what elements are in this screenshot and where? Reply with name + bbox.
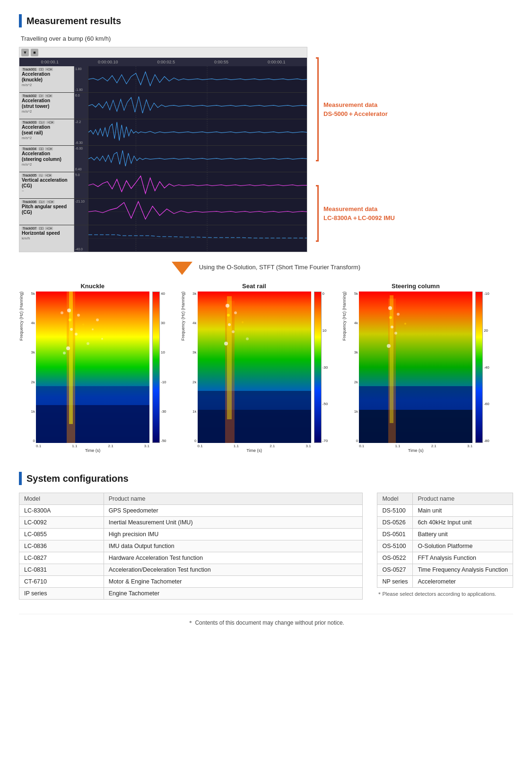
track-ctrl-p-1[interactable]: Track006 <box>22 200 37 203</box>
spectrogram-knuckle-wrapper: Frequency (Hz) (Hanning) 5k 4k 3k 2k 1k … <box>19 292 166 453</box>
track-ctrl-2[interactable]: □□ <box>38 68 44 71</box>
track-controls-speed: Track007 □□ −□× <box>22 227 71 230</box>
waveform-svg-speed <box>88 225 307 252</box>
track-ctrl-seat-2[interactable]: □↓↑ <box>38 121 45 124</box>
track-ctrl-st-2[interactable]: □□ <box>38 147 44 150</box>
track-ctrl-v-2[interactable]: ↑↓ <box>38 174 44 177</box>
svg-point-31 <box>75 333 78 336</box>
section-bar-system <box>19 472 22 485</box>
track-waveform-steering <box>88 146 307 172</box>
track-row-strut: Track002 □↑ −□× Acceleration (strut towe… <box>19 93 307 119</box>
svg-point-36 <box>101 338 103 340</box>
svg-point-37 <box>61 311 63 314</box>
svg-point-57 <box>388 306 392 310</box>
track-ctrl-sp-3[interactable]: −□× <box>45 227 52 230</box>
track-ctrl-seat-3[interactable]: −□× <box>46 121 54 124</box>
svg-point-44 <box>226 304 229 308</box>
track-label-vertical: Track005 ↑↓ −□× Vertical acceleration (C… <box>19 172 74 198</box>
track-scale-knuckle: 1.80 -1.80 <box>74 66 88 92</box>
svg-point-45 <box>228 323 231 326</box>
bracket-ds5000 <box>316 57 319 161</box>
osc-btn-1[interactable]: ▼ <box>21 49 29 56</box>
table-cell-product: GPS Speedometer <box>104 505 363 517</box>
spectrogram-seatrail-ylabel: Frequency (Hz) (Hanning) <box>181 292 185 341</box>
spectrogram-seatrail-main: 0.1 1.1 2.1 3.1 Time (s) <box>198 292 311 453</box>
table-cell-model: OS-0527 <box>377 564 413 576</box>
track-ctrl-st-1[interactable]: Track004 <box>22 147 37 150</box>
config-table1-header-model: Model <box>19 493 104 505</box>
track-label-speed: Track007 □□ −□× Horizontal speed km/h <box>19 225 74 252</box>
table-row: CT-6710Motor & Engine Tachometer <box>19 576 363 588</box>
svg-point-47 <box>227 314 230 317</box>
spectrogram-knuckle: Knuckle Frequency (Hz) (Hanning) 5k 4k 3… <box>19 283 166 453</box>
table-row: IP seriesEngine Tachometer <box>19 588 363 600</box>
spectrogram-steering-xlabel: 0.1 1.1 2.1 3.1 Time (s) <box>359 444 472 453</box>
measurement-title: Measurement results <box>26 16 121 27</box>
spectrogram-steering-title: Steering column <box>392 283 440 290</box>
annotation-text-ds5000: Measurement dataDS-5000＋Accelerator <box>323 100 388 119</box>
svg-point-38 <box>63 352 66 354</box>
osc-toolbar: ▼ ■ <box>19 47 307 58</box>
table-cell-product: Hardware Acceleration Test function <box>104 552 363 564</box>
track-ctrl-v-1[interactable]: Track005 <box>22 174 37 177</box>
svg-point-48 <box>234 311 237 314</box>
spectrogram-knuckle-yticks: 5k 4k 3k 2k 1k 0 <box>25 292 36 443</box>
track-ctrl-strut-1[interactable]: Track002 <box>22 94 37 97</box>
waveform-svg-steering <box>88 146 307 172</box>
track-waveform-seat <box>88 119 307 145</box>
track-ctrl-p-2[interactable]: □↓↑ <box>38 200 45 203</box>
stft-arrow-container: Using the O-Solution, STFT (Short Time F… <box>19 262 513 275</box>
track-label-steering: Track004 □□ −□× Acceleration (steering c… <box>19 146 74 172</box>
track-scale-seat: -2.2 -6.30 <box>74 119 88 145</box>
table-cell-product: Engine Tachometer <box>104 588 363 600</box>
table-cell-model: IP series <box>19 588 104 600</box>
colorbar-seatrail-labels: 0 10 -30 -50 -70 <box>322 292 328 443</box>
table-row: LC-0827Hardware Acceleration Test functi… <box>19 552 363 564</box>
table-row: OS-0527Time Frequency Analysis Function <box>377 564 513 576</box>
table-cell-product: Time Frequency Analysis Function <box>413 564 513 576</box>
track-ctrl-v-3[interactable]: −□× <box>44 174 52 177</box>
table-cell-product: 6ch 40kHz Input unit <box>413 517 513 529</box>
waveform-svg-seat <box>88 119 307 145</box>
annotation-ds5000: Measurement dataDS-5000＋Accelerator <box>316 57 395 161</box>
spectrogram-steering-wrapper: Frequency (Hz) (Hanning) 5k 4k 3k 2k 1k … <box>342 292 489 453</box>
config-table1-header-product: Product name <box>104 493 363 505</box>
bracket-lc8300 <box>316 185 319 242</box>
waveform-svg-vertical <box>88 172 307 198</box>
track-row-steering: Track004 □□ −□× Acceleration (steering c… <box>19 146 307 172</box>
track-ctrl-strut-2[interactable]: □↑ <box>38 94 44 97</box>
track-ctrl-p-3[interactable]: −□× <box>46 200 54 203</box>
spectrogram-seatrail-xlabel-label: Time (s) <box>198 448 311 453</box>
track-ctrl-3[interactable]: −□× <box>45 68 52 71</box>
table-row: LC-8300AGPS Speedometer <box>19 505 363 517</box>
track-ctrl-1[interactable]: Track001 <box>22 68 37 71</box>
track-ctrl-strut-3[interactable]: −□× <box>45 94 52 97</box>
spectrogram-steering-main: 0.1 1.1 2.1 3.1 Time (s) <box>359 292 472 453</box>
track-row-seat: Track003 □↓↑ −□× Acceleration (seat rail… <box>19 119 307 146</box>
osc-btn-2[interactable]: ■ <box>31 49 38 56</box>
measurement-section: Measurement results Travelling over a bu… <box>19 14 513 453</box>
track-ctrl-sp-2[interactable]: □□ <box>38 227 44 230</box>
track-ctrl-seat-1[interactable]: Track003 <box>22 121 37 124</box>
svg-point-33 <box>87 342 89 345</box>
annotation-lc8300: Measurement dataLC-8300A＋LC-0092 IMU <box>316 185 395 242</box>
svg-point-60 <box>389 316 392 319</box>
measurement-subtitle: Travelling over a bump (60 km/h) <box>21 35 513 42</box>
spectrogram-knuckle-main: 0.1 1.1 2.1 3.1 Time (s) <box>36 292 149 453</box>
track-ctrl-st-3[interactable]: −□× <box>45 147 52 150</box>
table-cell-model: DS-5100 <box>377 505 413 517</box>
svg-point-32 <box>82 324 84 326</box>
track-controls-steering: Track004 □□ −□× <box>22 147 71 150</box>
track-row-knuckle: Track001 □□ −□× Acceleration (knuckle) m… <box>19 66 307 93</box>
table-row: LC-0092Inertial Measurement Unit (IMU) <box>19 517 363 529</box>
track-ctrl-sp-1[interactable]: Track007 <box>22 227 37 230</box>
svg-point-63 <box>404 323 406 325</box>
waveform-svg-knuckle <box>88 66 307 92</box>
table-cell-product: Inertial Measurement Unit (IMU) <box>104 517 363 529</box>
svg-point-28 <box>66 346 70 350</box>
table-cell-model: NP series <box>377 576 413 588</box>
svg-rect-56 <box>390 295 393 423</box>
svg-point-26 <box>67 309 71 312</box>
track-scale-speed: -40.0 <box>74 225 88 252</box>
spectrogram-steering-yticks: 5k 4k 3k 2k 1k 0 <box>348 292 359 443</box>
